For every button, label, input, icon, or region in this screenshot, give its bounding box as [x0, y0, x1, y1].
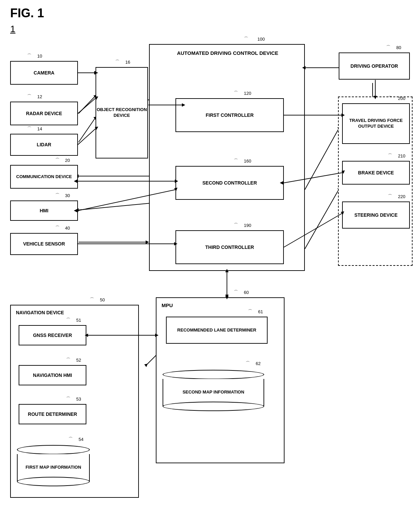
second-map-label: SECOND MAP INFORMATION [183, 389, 244, 395]
camera-box: CAMERA [10, 61, 78, 85]
first-controller-box: FIRST CONTROLLER [175, 98, 284, 132]
svg-line-2 [79, 97, 95, 113]
first-map-label: FIRST MAP INFORMATION [25, 465, 81, 470]
svg-line-20 [305, 129, 339, 190]
figure-title: FIG. 1 [10, 6, 44, 20]
ref-190: 190 [244, 223, 251, 228]
svg-line-36 [78, 129, 96, 145]
ref-61: 61 [258, 309, 263, 314]
object-recognition-box: OBJECT RECOGNITION DEVICE [96, 67, 148, 158]
travel-driving-box: TRAVEL DRIVING FORCE OUTPUT DEVICE [342, 103, 410, 144]
second-controller-box: SECOND CONTROLLER [175, 166, 284, 200]
mpu-label: MPU [162, 302, 173, 309]
ref-100: 100 [257, 37, 265, 42]
figure-number: 1 [10, 24, 16, 35]
ref-52: 52 [76, 358, 81, 363]
svg-line-23 [305, 190, 339, 249]
svg-line-34 [78, 98, 96, 113]
navigation-hmi-box: NAVIGATION HMI [19, 365, 86, 385]
hmi-box: HMI [10, 200, 78, 221]
ref-50: 50 [100, 297, 105, 302]
communication-box: COMMUNICATION DEVICE [10, 165, 78, 189]
steering-device-box: STEERING DEVICE [342, 201, 410, 229]
ref-200: 200 [398, 96, 405, 101]
ref-120: 120 [244, 91, 251, 96]
gnss-receiver-box: GNSS RECEIVER [19, 325, 86, 345]
route-determiner-box: ROUTE DETERMINER [19, 404, 86, 424]
ref-16: 16 [125, 60, 130, 65]
ref-220: 220 [398, 194, 405, 199]
ref-10: 10 [37, 54, 42, 59]
radar-box: RADAR DEVICE [10, 102, 78, 125]
driving-operator-box: DRIVING OPERATOR [339, 52, 410, 80]
ref-51: 51 [76, 318, 81, 323]
ref-30: 30 [65, 193, 70, 198]
automated-driving-label: AUTOMATED DRIVING CONTROL DEVICE [155, 50, 300, 57]
ref-12: 12 [37, 94, 42, 99]
svg-marker-29 [144, 364, 148, 367]
ref-14: 14 [37, 126, 42, 131]
ref-210: 210 [398, 153, 405, 158]
ref-53: 53 [76, 397, 81, 402]
ref-20: 20 [65, 158, 70, 163]
ref-62: 62 [256, 361, 260, 366]
first-map-cylinder: FIRST MAP INFORMATION [17, 444, 90, 488]
navigation-device-label: NAVIGATION DEVICE [16, 310, 64, 316]
second-map-cylinder: SECOND MAP INFORMATION [163, 368, 264, 412]
recommended-lane-box: RECOMMENDED LANE DETERMINER [166, 317, 268, 344]
ref-160: 160 [244, 158, 251, 164]
ref-80: 80 [396, 45, 401, 50]
ref-60: 60 [244, 290, 249, 295]
svg-line-4 [79, 119, 95, 142]
brake-device-box: BRAKE DEVICE [342, 161, 410, 185]
svg-marker-15 [146, 240, 149, 244]
object-recognition-label: OBJECT RECOGNITION DEVICE [96, 107, 147, 119]
lidar-box: LIDAR [10, 134, 78, 156]
vehicle-sensor-box: VEHICLE SENSOR [10, 233, 78, 255]
third-controller-box: THIRD CONTROLLER [175, 230, 284, 264]
ref-40: 40 [65, 226, 70, 231]
ref-54: 54 [79, 437, 83, 442]
